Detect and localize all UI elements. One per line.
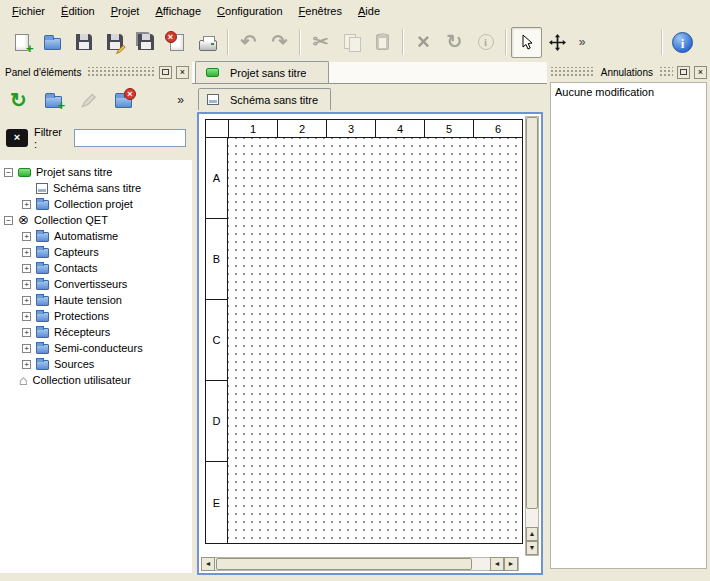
copy-button[interactable] bbox=[336, 27, 367, 58]
expand-icon[interactable]: + bbox=[22, 264, 31, 273]
folder-icon bbox=[36, 296, 49, 306]
tree-item-collection-qet[interactable]: − ⊗ Collection QET bbox=[0, 212, 192, 228]
menu-configuration[interactable]: Configuration bbox=[209, 2, 290, 21]
expand-icon[interactable]: + bbox=[22, 296, 31, 305]
tree-item-collection-projet[interactable]: + Collection projet bbox=[0, 196, 192, 212]
menu-affichage[interactable]: Affichage bbox=[147, 2, 209, 21]
tree-item-contacts[interactable]: + Contacts bbox=[0, 260, 192, 276]
tree-item-semi-conducteurs[interactable]: + Semi-conducteurs bbox=[0, 340, 192, 356]
close-panel-button[interactable]: × bbox=[176, 66, 189, 79]
collapse-icon[interactable]: − bbox=[4, 216, 13, 225]
tree-item-haute-tension[interactable]: + Haute tension bbox=[0, 292, 192, 308]
scroll-up-button[interactable]: ▲ bbox=[526, 527, 538, 541]
schema-grid-canvas[interactable] bbox=[228, 138, 522, 543]
undo-panel: Annulations × Aucune modification bbox=[547, 62, 710, 581]
tree-item-collection-utilisateur[interactable]: ⌂ Collection utilisateur bbox=[0, 372, 192, 388]
selection-arrow-icon bbox=[519, 34, 535, 50]
close-file-button[interactable]: × bbox=[161, 27, 192, 58]
expand-icon[interactable]: + bbox=[22, 312, 31, 321]
tree-item-recepteurs[interactable]: + Récepteurs bbox=[0, 324, 192, 340]
undo-history-list[interactable]: Aucune modification bbox=[550, 82, 707, 569]
expand-icon[interactable]: + bbox=[22, 232, 31, 241]
expand-icon[interactable]: + bbox=[22, 360, 31, 369]
cut-button[interactable]: ✂ bbox=[305, 27, 336, 58]
expand-icon[interactable]: + bbox=[22, 344, 31, 353]
save-as-button[interactable] bbox=[99, 27, 130, 58]
select-tool-button[interactable] bbox=[511, 27, 542, 58]
dock-grip[interactable] bbox=[87, 67, 155, 77]
tree-item-protections[interactable]: + Protections bbox=[0, 308, 192, 324]
redo-button[interactable]: ↷ bbox=[264, 27, 295, 58]
filter-row: × Filtrer : bbox=[6, 126, 186, 150]
pan-tool-button[interactable] bbox=[542, 27, 573, 58]
project-icon bbox=[18, 168, 31, 177]
tree-item-label: Collection QET bbox=[34, 214, 108, 226]
toolbar-overflow-button[interactable]: » bbox=[573, 27, 591, 58]
float-panel-button[interactable] bbox=[677, 66, 690, 79]
close-panel-button[interactable]: × bbox=[694, 66, 707, 79]
tree-item-schema[interactable]: Schéma sans titre bbox=[0, 180, 192, 196]
tree-item-project[interactable]: − Projet sans titre bbox=[0, 164, 192, 180]
printer-icon bbox=[199, 40, 217, 51]
clear-filter-button[interactable]: × bbox=[6, 129, 28, 147]
dock-grip[interactable] bbox=[659, 67, 673, 77]
horizontal-scrollbar-thumb[interactable] bbox=[216, 558, 472, 570]
float-panel-button[interactable] bbox=[159, 66, 172, 79]
expand-icon[interactable]: + bbox=[22, 248, 31, 257]
delete-button[interactable]: × bbox=[408, 27, 439, 58]
scroll-down-button[interactable]: ▼ bbox=[526, 541, 538, 555]
scroll-left-button[interactable]: ◄ bbox=[490, 557, 504, 571]
elements-panel-titlebar[interactable]: Panel d'éléments × bbox=[3, 64, 189, 80]
move-cross-icon bbox=[549, 34, 566, 51]
tree-item-capteurs[interactable]: + Capteurs bbox=[0, 244, 192, 260]
redo-icon: ↷ bbox=[272, 34, 288, 50]
edit-element-button[interactable] bbox=[74, 85, 103, 114]
tree-item-sources[interactable]: + Sources bbox=[0, 356, 192, 372]
panel-overflow-button[interactable]: » bbox=[177, 93, 188, 107]
workspace: Panel d'éléments × ↻ + × bbox=[0, 62, 710, 581]
tree-item-convertisseurs[interactable]: + Convertisseurs bbox=[0, 276, 192, 292]
tree-item-label: Protections bbox=[54, 310, 109, 322]
project-tab-label: Projet sans titre bbox=[230, 67, 306, 79]
print-button[interactable] bbox=[192, 27, 223, 58]
row-header: D bbox=[206, 381, 228, 462]
menu-edition[interactable]: Édition bbox=[53, 2, 103, 21]
scroll-left-button[interactable]: ◄ bbox=[201, 557, 215, 571]
undo-panel-titlebar[interactable]: Annulations × bbox=[550, 64, 707, 80]
dock-grip[interactable] bbox=[550, 67, 595, 77]
open-project-button[interactable] bbox=[37, 27, 68, 58]
save-button[interactable] bbox=[68, 27, 99, 58]
about-info-icon: i bbox=[672, 32, 693, 53]
expand-icon[interactable]: + bbox=[22, 200, 31, 209]
reload-collections-button[interactable]: ↻ bbox=[4, 85, 33, 114]
vertical-scrollbar[interactable]: ▲ ▼ bbox=[525, 116, 539, 556]
undo-button[interactable]: ↶ bbox=[233, 27, 264, 58]
menu-fichier[interactable]: Fichier bbox=[4, 2, 53, 21]
schema-tab[interactable]: Schéma sans titre bbox=[198, 88, 331, 110]
scroll-right-button[interactable]: ► bbox=[504, 557, 518, 571]
delete-element-button[interactable]: × bbox=[109, 85, 138, 114]
new-element-button[interactable]: + bbox=[39, 85, 68, 114]
menu-projet[interactable]: Projet bbox=[103, 2, 148, 21]
project-tab[interactable]: Projet sans titre bbox=[195, 61, 329, 83]
close-file-icon: × bbox=[170, 34, 184, 51]
collapse-icon[interactable]: − bbox=[4, 168, 13, 177]
schema-view[interactable]: 1 2 3 4 5 6 A B C D E bbox=[197, 112, 543, 575]
element-info-button[interactable]: i bbox=[470, 27, 501, 58]
save-all-button[interactable] bbox=[130, 27, 161, 58]
vertical-scrollbar-thumb[interactable] bbox=[526, 117, 538, 509]
expand-icon[interactable]: + bbox=[22, 280, 31, 289]
menu-aide[interactable]: Aide bbox=[350, 2, 388, 21]
undo-panel-title: Annulations bbox=[599, 67, 655, 78]
schema-sheet[interactable]: 1 2 3 4 5 6 A B C D E bbox=[205, 119, 523, 544]
new-document-button[interactable]: + bbox=[6, 27, 37, 58]
about-button[interactable]: i bbox=[667, 27, 698, 58]
tree-item-automatisme[interactable]: + Automatisme bbox=[0, 228, 192, 244]
copy-icon bbox=[344, 34, 360, 50]
menu-fenetres[interactable]: Fenêtres bbox=[291, 2, 350, 21]
rotate-button[interactable]: ↻ bbox=[439, 27, 470, 58]
filter-input[interactable] bbox=[74, 129, 186, 147]
paste-button[interactable] bbox=[367, 27, 398, 58]
horizontal-scrollbar[interactable]: ◄ ◄ ► bbox=[201, 557, 519, 571]
expand-icon[interactable]: + bbox=[22, 328, 31, 337]
